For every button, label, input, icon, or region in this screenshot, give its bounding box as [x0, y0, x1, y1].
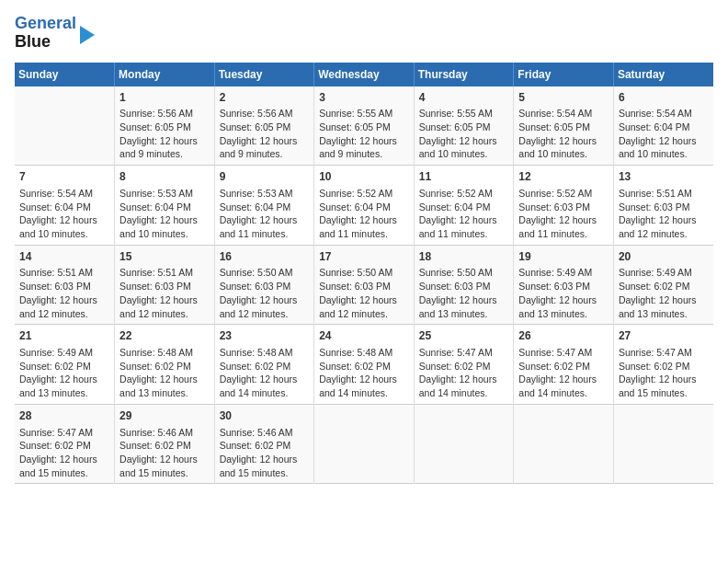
logo-arrow-icon	[80, 26, 95, 44]
day-info: Sunrise: 5:55 AM Sunset: 6:05 PM Dayligh…	[319, 107, 409, 161]
calendar-cell: 29Sunrise: 5:46 AM Sunset: 6:02 PM Dayli…	[115, 404, 215, 484]
day-number: 11	[419, 169, 509, 185]
calendar-cell: 3Sunrise: 5:55 AM Sunset: 6:05 PM Daylig…	[314, 86, 415, 166]
calendar-cell: 20Sunrise: 5:49 AM Sunset: 6:02 PM Dayli…	[613, 245, 713, 325]
day-info: Sunrise: 5:46 AM Sunset: 6:02 PM Dayligh…	[220, 426, 310, 480]
day-info: Sunrise: 5:47 AM Sunset: 6:02 PM Dayligh…	[619, 346, 709, 400]
day-info: Sunrise: 5:55 AM Sunset: 6:05 PM Dayligh…	[419, 107, 509, 161]
calendar-cell: 13Sunrise: 5:51 AM Sunset: 6:03 PM Dayli…	[613, 166, 713, 246]
page-header: General Blue	[15, 15, 713, 52]
weekday-header-monday: Monday	[115, 63, 215, 86]
calendar-cell	[514, 404, 614, 484]
day-info: Sunrise: 5:47 AM Sunset: 6:02 PM Dayligh…	[419, 346, 509, 400]
day-info: Sunrise: 5:48 AM Sunset: 6:02 PM Dayligh…	[220, 346, 310, 400]
day-number: 20	[619, 249, 709, 265]
calendar-cell: 19Sunrise: 5:49 AM Sunset: 6:03 PM Dayli…	[514, 245, 614, 325]
day-number: 13	[619, 169, 709, 185]
calendar-cell: 6Sunrise: 5:54 AM Sunset: 6:04 PM Daylig…	[613, 86, 713, 166]
calendar-week-row: 7Sunrise: 5:54 AM Sunset: 6:04 PM Daylig…	[15, 166, 713, 246]
calendar-cell: 2Sunrise: 5:56 AM Sunset: 6:05 PM Daylig…	[214, 86, 314, 166]
day-info: Sunrise: 5:54 AM Sunset: 6:05 PM Dayligh…	[518, 107, 609, 161]
weekday-header-sunday: Sunday	[15, 63, 115, 86]
calendar-cell: 26Sunrise: 5:47 AM Sunset: 6:02 PM Dayli…	[514, 325, 614, 405]
day-number: 25	[419, 328, 509, 344]
day-info: Sunrise: 5:51 AM Sunset: 6:03 PM Dayligh…	[119, 266, 210, 320]
day-number: 9	[220, 169, 310, 185]
calendar-cell: 4Sunrise: 5:55 AM Sunset: 6:05 PM Daylig…	[414, 86, 514, 166]
day-number: 7	[19, 169, 109, 185]
calendar-week-row: 28Sunrise: 5:47 AM Sunset: 6:02 PM Dayli…	[15, 404, 713, 484]
calendar-cell: 27Sunrise: 5:47 AM Sunset: 6:02 PM Dayli…	[613, 325, 713, 405]
day-number: 10	[319, 169, 409, 185]
calendar-cell: 18Sunrise: 5:50 AM Sunset: 6:03 PM Dayli…	[414, 245, 514, 325]
calendar-cell: 15Sunrise: 5:51 AM Sunset: 6:03 PM Dayli…	[115, 245, 215, 325]
day-number: 22	[119, 328, 210, 344]
calendar-cell: 11Sunrise: 5:52 AM Sunset: 6:04 PM Dayli…	[414, 166, 514, 246]
day-number: 24	[319, 328, 409, 344]
day-number: 16	[220, 249, 310, 265]
day-number: 14	[19, 249, 109, 265]
calendar-cell: 8Sunrise: 5:53 AM Sunset: 6:04 PM Daylig…	[115, 166, 215, 246]
calendar-cell: 17Sunrise: 5:50 AM Sunset: 6:03 PM Dayli…	[314, 245, 415, 325]
day-info: Sunrise: 5:51 AM Sunset: 6:03 PM Dayligh…	[19, 266, 109, 320]
calendar-week-row: 21Sunrise: 5:49 AM Sunset: 6:02 PM Dayli…	[15, 325, 713, 405]
logo-text-block: General Blue	[15, 15, 76, 52]
calendar-cell	[613, 404, 713, 484]
day-info: Sunrise: 5:47 AM Sunset: 6:02 PM Dayligh…	[518, 346, 609, 400]
calendar-cell: 22Sunrise: 5:48 AM Sunset: 6:02 PM Dayli…	[115, 325, 215, 405]
calendar-cell: 9Sunrise: 5:53 AM Sunset: 6:04 PM Daylig…	[214, 166, 314, 246]
calendar-cell: 21Sunrise: 5:49 AM Sunset: 6:02 PM Dayli…	[15, 325, 115, 405]
day-info: Sunrise: 5:52 AM Sunset: 6:04 PM Dayligh…	[319, 187, 409, 241]
day-number: 12	[518, 169, 609, 185]
day-info: Sunrise: 5:53 AM Sunset: 6:04 PM Dayligh…	[119, 187, 210, 241]
day-number: 29	[119, 408, 210, 424]
day-info: Sunrise: 5:48 AM Sunset: 6:02 PM Dayligh…	[319, 346, 409, 400]
calendar-cell	[15, 86, 115, 166]
day-info: Sunrise: 5:48 AM Sunset: 6:02 PM Dayligh…	[119, 346, 210, 400]
logo: General Blue	[15, 15, 95, 52]
calendar-table: SundayMondayTuesdayWednesdayThursdayFrid…	[15, 63, 713, 485]
day-number: 1	[119, 90, 210, 106]
calendar-cell: 10Sunrise: 5:52 AM Sunset: 6:04 PM Dayli…	[314, 166, 415, 246]
logo-blue: Blue	[15, 33, 76, 52]
day-info: Sunrise: 5:54 AM Sunset: 6:04 PM Dayligh…	[619, 107, 709, 161]
calendar-cell	[314, 404, 415, 484]
calendar-cell: 30Sunrise: 5:46 AM Sunset: 6:02 PM Dayli…	[214, 404, 314, 484]
day-number: 19	[518, 249, 609, 265]
day-info: Sunrise: 5:54 AM Sunset: 6:04 PM Dayligh…	[19, 187, 109, 241]
day-number: 23	[220, 328, 310, 344]
calendar-cell: 14Sunrise: 5:51 AM Sunset: 6:03 PM Dayli…	[15, 245, 115, 325]
day-number: 21	[19, 328, 109, 344]
weekday-header-wednesday: Wednesday	[314, 63, 415, 86]
day-info: Sunrise: 5:49 AM Sunset: 6:03 PM Dayligh…	[518, 266, 609, 320]
day-number: 4	[419, 90, 509, 106]
day-number: 5	[518, 90, 609, 106]
calendar-cell: 12Sunrise: 5:52 AM Sunset: 6:03 PM Dayli…	[514, 166, 614, 246]
day-number: 8	[119, 169, 210, 185]
weekday-header-friday: Friday	[514, 63, 614, 86]
day-info: Sunrise: 5:52 AM Sunset: 6:03 PM Dayligh…	[518, 187, 609, 241]
day-info: Sunrise: 5:56 AM Sunset: 6:05 PM Dayligh…	[220, 107, 310, 161]
weekday-header-saturday: Saturday	[613, 63, 713, 86]
day-info: Sunrise: 5:50 AM Sunset: 6:03 PM Dayligh…	[419, 266, 509, 320]
day-info: Sunrise: 5:52 AM Sunset: 6:04 PM Dayligh…	[419, 187, 509, 241]
weekday-header-tuesday: Tuesday	[214, 63, 314, 86]
day-info: Sunrise: 5:46 AM Sunset: 6:02 PM Dayligh…	[119, 426, 210, 480]
calendar-cell: 7Sunrise: 5:54 AM Sunset: 6:04 PM Daylig…	[15, 166, 115, 246]
day-number: 6	[619, 90, 709, 106]
day-number: 26	[518, 328, 609, 344]
day-info: Sunrise: 5:56 AM Sunset: 6:05 PM Dayligh…	[119, 107, 210, 161]
day-number: 3	[319, 90, 409, 106]
day-info: Sunrise: 5:50 AM Sunset: 6:03 PM Dayligh…	[220, 266, 310, 320]
calendar-cell: 5Sunrise: 5:54 AM Sunset: 6:05 PM Daylig…	[514, 86, 614, 166]
calendar-cell	[414, 404, 514, 484]
weekday-header-row: SundayMondayTuesdayWednesdayThursdayFrid…	[15, 63, 713, 86]
calendar-cell: 23Sunrise: 5:48 AM Sunset: 6:02 PM Dayli…	[214, 325, 314, 405]
calendar-week-row: 14Sunrise: 5:51 AM Sunset: 6:03 PM Dayli…	[15, 245, 713, 325]
calendar-cell: 24Sunrise: 5:48 AM Sunset: 6:02 PM Dayli…	[314, 325, 415, 405]
weekday-header-thursday: Thursday	[414, 63, 514, 86]
calendar-cell: 16Sunrise: 5:50 AM Sunset: 6:03 PM Dayli…	[214, 245, 314, 325]
day-number: 15	[119, 249, 210, 265]
calendar-week-row: 1Sunrise: 5:56 AM Sunset: 6:05 PM Daylig…	[15, 86, 713, 166]
day-info: Sunrise: 5:50 AM Sunset: 6:03 PM Dayligh…	[319, 266, 409, 320]
